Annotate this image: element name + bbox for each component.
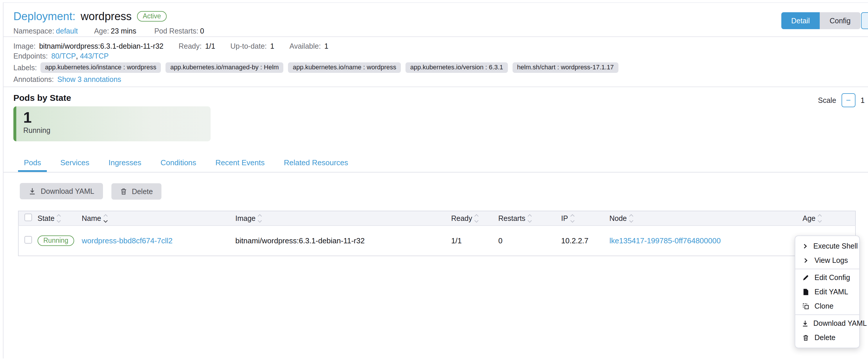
sort-icon: [475, 215, 478, 222]
column-header-state[interactable]: State: [37, 214, 60, 223]
download-icon: [29, 187, 36, 195]
page-header: Deployment: wordpress Active Namespace:d…: [3, 3, 868, 36]
sort-icon: [104, 215, 107, 222]
menu-group: Download YAML Delete: [795, 314, 859, 346]
detail-button[interactable]: Detail: [781, 12, 820, 29]
endpoint-link-80[interactable]: 80/TCP: [51, 52, 76, 60]
pod-ip: 10.2.2.7: [561, 236, 588, 245]
label-badge: app.kubernetes.io/instance : wordpress: [40, 62, 161, 73]
tab-related-resources[interactable]: Related Resources: [278, 155, 354, 172]
age-meta: Age:23 mins: [94, 27, 138, 35]
status-badge: Active: [137, 11, 167, 22]
chevron-right-icon: [802, 243, 809, 250]
pods-table: State Name Image Ready Restarts IP Node …: [18, 211, 856, 256]
column-header-ready[interactable]: Ready: [451, 214, 478, 223]
tab-conditions[interactable]: Conditions: [155, 155, 202, 172]
resource-kind: Deployment:: [13, 10, 75, 23]
row-checkbox[interactable]: [25, 236, 32, 244]
pods-by-state-title: Pods by State: [13, 91, 868, 106]
summary-section: Image: bitnami/wordpress:6.3.1-debian-11…: [3, 36, 868, 86]
header-meta: Namespace:default Age:23 mins Pod Restar…: [13, 27, 868, 35]
ready-value: 1/1: [205, 42, 215, 50]
menu-group: Edit Config Edit YAML Clone: [795, 269, 859, 314]
menu-item-edit-config[interactable]: Edit Config: [795, 270, 859, 285]
menu-item-download-yaml[interactable]: Download YAML: [795, 316, 859, 330]
running-label: Running: [23, 126, 211, 135]
image-row: Image: bitnami/wordpress:6.3.1-debian-11…: [13, 41, 868, 51]
namespace-link[interactable]: default: [56, 27, 78, 35]
config-button[interactable]: Config: [820, 12, 861, 29]
endpoints-row: Endpoints: 80/TCP, 443/TCP: [13, 51, 868, 61]
tab-services[interactable]: Services: [54, 155, 95, 172]
trash-icon: [802, 334, 810, 341]
endpoint-link-443[interactable]: 443/TCP: [80, 52, 109, 60]
menu-item-clone[interactable]: Clone: [795, 299, 859, 313]
node-link[interactable]: lke135417-199785-0ff764800000: [610, 236, 721, 245]
scale-down-button[interactable]: −: [841, 93, 856, 107]
sort-icon: [528, 215, 531, 222]
sort-icon: [818, 215, 821, 222]
uptodate-value: 1: [270, 42, 274, 50]
sort-icon: [571, 215, 574, 222]
table-header-row: State Name Image Ready Restarts IP Node …: [18, 211, 856, 225]
pod-name-link[interactable]: wordpress-bbd8cf674-7cll2: [82, 236, 173, 245]
running-count: 1: [23, 109, 211, 126]
view-toggle: Detail Config: [781, 12, 861, 29]
pod-restarts-meta: Pod Restarts:0: [154, 27, 206, 35]
column-header-restarts[interactable]: Restarts: [498, 214, 531, 223]
tab-recent-events[interactable]: Recent Events: [210, 155, 271, 172]
pod-restarts: 0: [498, 236, 502, 245]
pencil-icon: [802, 274, 810, 281]
resource-name: wordpress: [81, 10, 131, 23]
clone-icon: [802, 303, 810, 310]
page-title: Deployment: wordpress Active: [13, 9, 868, 24]
download-icon: [802, 320, 809, 327]
row-actions-menu: Execute Shell View Logs Edit Config Edit…: [795, 236, 860, 348]
annotations-row: Annotations: Show 3 annotations: [13, 74, 868, 84]
tab-bar: Pods Services Ingresses Conditions Recen…: [3, 155, 868, 172]
column-header-ip[interactable]: IP: [561, 214, 574, 223]
pod-state-badge: Running: [37, 236, 74, 246]
pods-tab-panel: Download YAML Delete State: [3, 172, 868, 256]
show-annotations-link[interactable]: Show 3 annotations: [57, 75, 121, 84]
table-row: Running wordpress-bbd8cf674-7cll2 bitnam…: [18, 225, 856, 256]
pods-by-state-section: Pods by State 1 Running: [3, 86, 868, 141]
delete-button[interactable]: Delete: [112, 183, 161, 200]
labels-row: Labels: app.kubernetes.io/instance : wor…: [13, 62, 868, 73]
main-panel: Deployment: wordpress Active Namespace:d…: [3, 2, 868, 358]
column-header-image[interactable]: Image: [235, 214, 261, 223]
trash-icon: [120, 188, 127, 195]
column-header-age[interactable]: Age: [803, 214, 821, 223]
sort-icon: [57, 215, 60, 222]
menu-item-edit-yaml[interactable]: Edit YAML: [795, 285, 859, 299]
download-yaml-button[interactable]: Download YAML: [20, 183, 103, 199]
menu-group: Execute Shell View Logs: [795, 238, 859, 269]
sort-icon: [258, 215, 261, 222]
label-badge: helm.sh/chart : wordpress-17.1.17: [513, 62, 619, 73]
select-all-checkbox[interactable]: [25, 214, 32, 221]
scale-value: 1: [861, 96, 865, 105]
menu-item-view-logs[interactable]: View Logs: [795, 253, 859, 268]
sort-icon: [630, 215, 633, 222]
file-icon: [802, 288, 810, 296]
menu-item-delete[interactable]: Delete: [795, 330, 859, 345]
label-badge: app.kubernetes.io/managed-by : Helm: [165, 62, 283, 73]
available-value: 1: [324, 42, 329, 50]
column-header-node[interactable]: Node: [610, 214, 633, 223]
scale-widget: Scale − 1 +: [818, 93, 868, 107]
namespace-meta: Namespace:default: [13, 27, 78, 35]
label-badge: app.kubernetes.io/version : 6.3.1: [405, 62, 507, 73]
deployment-detail-page: Deployment: wordpress Active Namespace:d…: [0, 0, 868, 359]
bulk-actions: Download YAML Delete: [20, 183, 868, 200]
running-state-card: 1 Running: [13, 106, 211, 141]
tab-ingresses[interactable]: Ingresses: [103, 155, 147, 172]
tab-pods[interactable]: Pods: [18, 155, 47, 172]
image-value: bitnami/wordpress:6.3.1-debian-11-r32: [39, 42, 163, 50]
chevron-right-icon: [802, 257, 810, 264]
header-actions-kebab-icon[interactable]: ⋮: [861, 12, 868, 29]
label-badge: app.kubernetes.io/name : wordpress: [288, 62, 401, 73]
pod-image: bitnami/wordpress:6.3.1-debian-11-r32: [235, 236, 365, 245]
pod-ready: 1/1: [451, 236, 462, 245]
menu-item-execute-shell[interactable]: Execute Shell: [795, 239, 859, 253]
column-header-name[interactable]: Name: [82, 214, 107, 223]
